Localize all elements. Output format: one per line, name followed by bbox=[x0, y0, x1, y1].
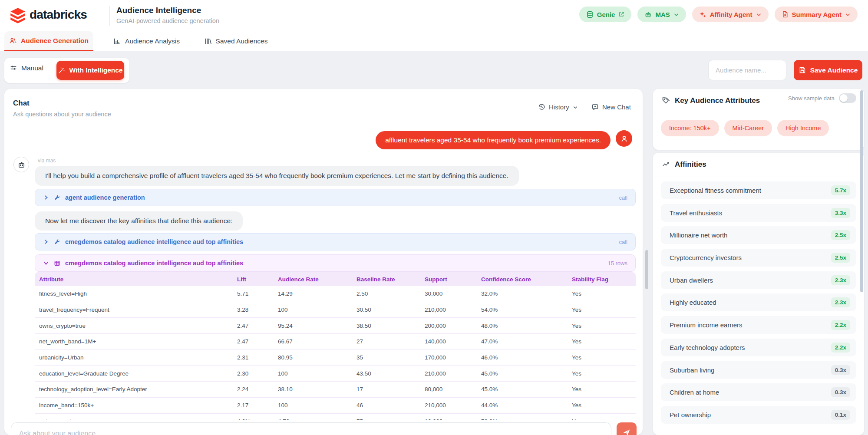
header-actions: Genie MAS Affinity Agent Summary Agent bbox=[579, 7, 858, 22]
table-cell: 44.0% bbox=[477, 402, 568, 409]
table-cell: Yes bbox=[568, 354, 636, 361]
chat-subtitle: Ask questions about your audience bbox=[13, 111, 111, 118]
robot-icon bbox=[17, 161, 26, 169]
table-icon bbox=[54, 260, 60, 267]
table-row: urbanicity=Urban2.3180.9535170,00046.0%Y… bbox=[35, 350, 636, 366]
save-audience-button[interactable]: Save Audience bbox=[794, 60, 862, 80]
tool-result-row-top-affinities[interactable]: cmegdemos catalog audience intelligence … bbox=[35, 254, 636, 272]
affinity-lift-badge: 2.3x bbox=[831, 297, 850, 307]
tool-call-type: call bbox=[619, 239, 627, 245]
table-cell: 35 bbox=[352, 354, 420, 361]
tags-icon bbox=[662, 96, 670, 105]
with-intelligence-button[interactable]: With Intelligence bbox=[56, 61, 124, 80]
panel-divider bbox=[653, 177, 864, 177]
affinity-item: Cryptocurrency investors2.5x bbox=[661, 249, 856, 267]
affinity-label: Cryptocurrency investors bbox=[670, 254, 742, 261]
tab-bar: Audience Generation Audience Analysis Sa… bbox=[0, 31, 868, 51]
affinities-list: Exceptional fitness commitment5.7xTravel… bbox=[661, 181, 856, 424]
table-cell: Yes bbox=[568, 323, 636, 329]
table-row: income_band=150k+2.1710046210,00044.0%Ye… bbox=[35, 398, 636, 414]
document-icon bbox=[782, 11, 789, 18]
affinity-lift-badge: 0.3x bbox=[831, 365, 850, 375]
table-cell: urbanicity=Urban bbox=[35, 354, 233, 361]
bar-chart-icon bbox=[113, 37, 121, 45]
affinity-lift-badge: 2.2x bbox=[831, 320, 850, 330]
affinity-item: Millionaire net worth2.5x bbox=[661, 226, 856, 244]
affinity-item: Exceptional fitness commitment5.7x bbox=[661, 181, 856, 199]
attribute-tag: Income: 150k+ bbox=[661, 120, 719, 136]
history-icon bbox=[538, 103, 545, 111]
audience-name-input[interactable] bbox=[708, 60, 786, 80]
table-cell: Yes bbox=[568, 370, 636, 377]
assistant-message: I'll help you build a comprehensive prof… bbox=[35, 166, 519, 186]
affinity-lift-badge: 2.3x bbox=[831, 275, 850, 285]
table-cell: technology_adoption_level=Early Adopter bbox=[35, 386, 233, 392]
affinity-item: Premium income earners2.2x bbox=[661, 316, 856, 334]
table-cell: 100 bbox=[274, 370, 352, 377]
table-cell: 38.10 bbox=[274, 386, 352, 392]
tab-audience-generation[interactable]: Audience Generation bbox=[4, 31, 93, 51]
table-row: education_level=Graduate Degree2.3010043… bbox=[35, 366, 636, 382]
affinity-label: Travel enthusiasts bbox=[670, 209, 722, 217]
trending-up-icon bbox=[662, 160, 670, 169]
affinity-item: Children at home0.3x bbox=[661, 383, 856, 401]
table-column-header: Confidence Score bbox=[477, 276, 568, 283]
table-column-header: Support bbox=[420, 276, 477, 283]
table-cell: 5.71 bbox=[233, 290, 274, 297]
table-cell: Yes bbox=[568, 306, 636, 313]
table-column-header: Stability Flag bbox=[568, 276, 636, 283]
tab-saved-audiences[interactable]: Saved Audiences bbox=[199, 31, 273, 51]
table-cell: 30.50 bbox=[352, 306, 420, 313]
manual-mode-button[interactable]: Manual bbox=[10, 64, 43, 72]
new-chat-icon bbox=[591, 103, 599, 111]
chat-message-input[interactable] bbox=[11, 422, 611, 435]
table-cell: 100 bbox=[274, 306, 352, 313]
table-row: travel_frequency=Frequent3.2810030.50210… bbox=[35, 302, 636, 318]
table-cell: 47.0% bbox=[477, 338, 568, 345]
table-cell: 46 bbox=[352, 402, 420, 409]
tab-audience-analysis[interactable]: Audience Analysis bbox=[104, 31, 189, 51]
table-cell: 3.28 bbox=[233, 306, 274, 313]
panel-divider bbox=[653, 113, 864, 113]
affinity-agent-button[interactable]: Affinity Agent bbox=[692, 7, 769, 22]
affinity-item: Travel enthusiasts3.3x bbox=[661, 204, 856, 222]
table-body: fitness_level=High5.7114.292.5030,00032.… bbox=[35, 286, 636, 429]
chat-scrollbar-thumb[interactable] bbox=[645, 250, 648, 289]
attribute-tag: High Income bbox=[777, 120, 829, 136]
genie-button[interactable]: Genie bbox=[579, 7, 632, 22]
app-header: databricks Audience Intelligence GenAI-p… bbox=[0, 0, 868, 31]
external-link-icon bbox=[618, 11, 624, 17]
chevron-down-icon bbox=[573, 105, 578, 110]
show-sample-data-toggle[interactable] bbox=[839, 93, 856, 103]
table-row: fitness_level=High5.7114.292.5030,00032.… bbox=[35, 286, 636, 302]
table-cell: 2.50 bbox=[352, 290, 420, 297]
affinity-item: Pet ownership0.1x bbox=[661, 406, 856, 424]
table-cell: 54.0% bbox=[477, 306, 568, 313]
table-row: owns_crypto=true2.4795.2438.50200,00048.… bbox=[35, 318, 636, 334]
table-cell: 66.67 bbox=[274, 338, 352, 345]
wrench-icon bbox=[54, 194, 60, 201]
table-header-row: AttributeLiftAudience RateBaseline RateS… bbox=[35, 272, 636, 286]
send-icon bbox=[622, 428, 631, 435]
tool-call-row-top-affinities[interactable]: cmegdemos catalog audience intelligence … bbox=[35, 233, 636, 250]
tool-call-label: cmegdemos catalog audience intelligence … bbox=[65, 238, 243, 245]
table-cell: 210,000 bbox=[420, 370, 477, 377]
summary-agent-button[interactable]: Summary Agent bbox=[775, 7, 858, 22]
table-cell: Yes bbox=[568, 386, 636, 392]
mas-button[interactable]: MAS bbox=[637, 7, 686, 22]
chevron-right-icon bbox=[43, 239, 49, 245]
affinities-table: AttributeLiftAudience RateBaseline RateS… bbox=[35, 272, 636, 429]
table-cell: travel_frequency=Frequent bbox=[35, 306, 233, 313]
table-cell: 95.24 bbox=[274, 323, 352, 329]
tool-call-row-audience-generation[interactable]: agent audience generation call bbox=[35, 189, 636, 206]
affinity-label: Children at home bbox=[670, 389, 719, 396]
history-button[interactable]: History bbox=[538, 103, 578, 111]
chevron-down-icon bbox=[43, 260, 49, 266]
send-message-button[interactable] bbox=[617, 422, 637, 435]
sidebar-scrollbar-thumb[interactable] bbox=[860, 90, 863, 292]
affinities-header: Affinities bbox=[662, 160, 706, 169]
table-cell: net_worth_band=1M+ bbox=[35, 338, 233, 345]
new-chat-button[interactable]: New Chat bbox=[591, 103, 631, 111]
affinity-label: Millionaire net worth bbox=[670, 231, 727, 239]
affinity-lift-badge: 3.3x bbox=[831, 208, 850, 218]
